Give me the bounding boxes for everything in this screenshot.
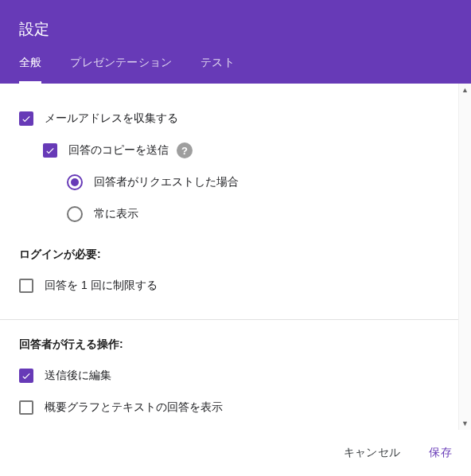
cancel-button[interactable]: キャンセル: [341, 441, 404, 465]
section-login-required: ログインが必要:: [19, 248, 439, 262]
row-always: 常に表示: [67, 198, 439, 230]
radio-always[interactable]: [67, 206, 83, 222]
row-on-request: 回答者がリクエストした場合: [67, 166, 439, 198]
label-always: 常に表示: [94, 207, 138, 221]
row-edit-after: 送信後に編集: [19, 360, 439, 392]
row-show-summary: 概要グラフとテキストの回答を表示: [19, 392, 439, 423]
help-icon[interactable]: ?: [177, 142, 193, 158]
tab-presentation[interactable]: プレゼンテーション: [70, 56, 172, 84]
check-icon: [45, 145, 56, 156]
label-collect-email: メールアドレスを収集する: [45, 111, 178, 126]
tab-test[interactable]: テスト: [200, 56, 235, 84]
scroll-up-icon[interactable]: ▲: [459, 84, 471, 96]
section-respondent-actions: 回答者が行える操作:: [19, 337, 439, 352]
label-limit-once: 回答を 1 回に制限する: [45, 279, 158, 293]
content-scroll: メールアドレスを収集する 回答のコピーを送信 ? 回答者がリクエストした場合 常…: [0, 84, 458, 430]
checkbox-edit-after[interactable]: [19, 369, 33, 383]
radio-on-request[interactable]: [67, 174, 83, 190]
scroll-down-icon[interactable]: ▼: [459, 417, 471, 430]
label-on-request: 回答者がリクエストした場合: [94, 175, 239, 189]
checkbox-show-summary[interactable]: [19, 400, 33, 415]
check-icon: [21, 113, 32, 124]
scrollbar[interactable]: ▲ ▼: [458, 84, 471, 430]
row-limit-once: 回答を 1 回に制限する: [19, 270, 439, 302]
row-collect-email: メールアドレスを収集する: [19, 103, 439, 135]
save-button[interactable]: 保存: [426, 441, 455, 465]
row-send-copy: 回答のコピーを送信 ?: [43, 135, 439, 166]
settings-dialog: 設定 全般 プレゼンテーション テスト メールアドレスを収集する 回答のコピーを…: [0, 0, 471, 476]
dialog-actions: キャンセル 保存: [0, 430, 471, 476]
checkbox-send-copy[interactable]: [43, 143, 57, 158]
dialog-header: 設定 全般 プレゼンテーション テスト: [0, 0, 471, 84]
checkbox-collect-email[interactable]: [19, 111, 33, 126]
divider: [0, 319, 458, 320]
tab-general[interactable]: 全般: [19, 56, 41, 84]
check-icon: [21, 370, 32, 381]
label-show-summary: 概要グラフとテキストの回答を表示: [45, 400, 223, 415]
label-edit-after: 送信後に編集: [45, 369, 111, 383]
tabs: 全般 プレゼンテーション テスト: [0, 56, 471, 84]
dialog-title: 設定: [0, 19, 471, 56]
checkbox-limit-once[interactable]: [19, 279, 33, 293]
label-send-copy: 回答のコピーを送信: [68, 143, 169, 158]
content-wrap: メールアドレスを収集する 回答のコピーを送信 ? 回答者がリクエストした場合 常…: [0, 84, 471, 430]
